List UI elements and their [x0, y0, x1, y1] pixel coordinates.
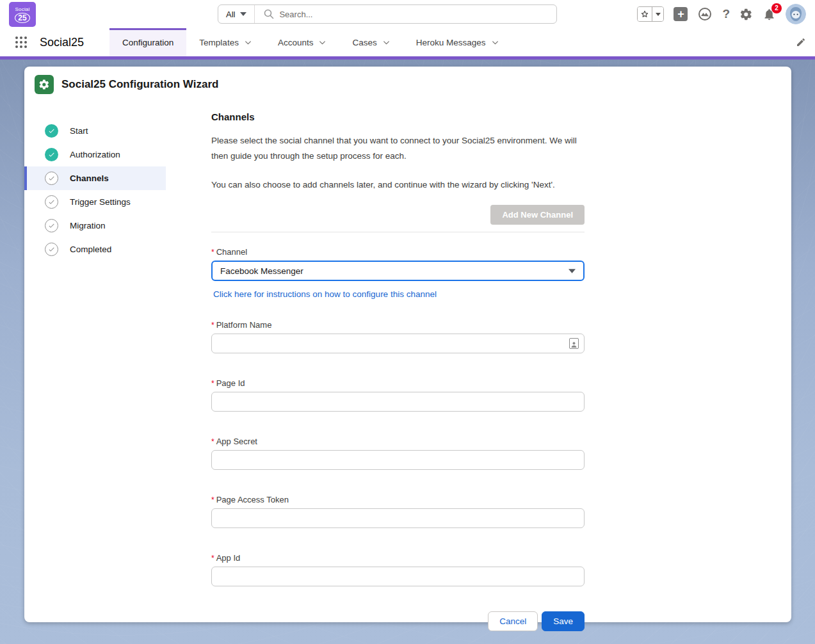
step-label: Authorization — [70, 150, 120, 159]
tab-configuration[interactable]: Configuration — [109, 28, 186, 56]
utility-icons: + ? 2 — [637, 4, 806, 24]
required-marker: * — [211, 321, 214, 330]
field-label: * Page Access Token — [211, 495, 585, 504]
tab-heroku-messages[interactable]: Heroku Messages — [403, 28, 512, 56]
tab-cases[interactable]: Cases — [339, 28, 403, 56]
favorites-button[interactable] — [637, 6, 664, 22]
tab-label: Configuration — [122, 38, 173, 47]
section-divider — [211, 232, 585, 232]
save-button[interactable]: Save — [542, 611, 585, 631]
star-icon[interactable] — [638, 7, 652, 21]
global-actions-icon[interactable]: + — [674, 7, 688, 21]
field-label: * Platform Name — [211, 320, 585, 330]
wizard-gear-icon — [35, 75, 54, 94]
page-title: Social25 Configuration Wizard — [61, 78, 218, 91]
step-check-pending-icon — [45, 195, 58, 209]
app-secret-input[interactable] — [211, 450, 585, 470]
intro-text-1: Please select the social channel that yo… — [211, 133, 585, 164]
channel-label: * Channel — [211, 247, 585, 257]
add-new-channel-button[interactable]: Add New Channel — [490, 205, 585, 225]
brand-accent-bar — [0, 56, 815, 60]
required-marker: * — [211, 437, 214, 446]
wizard-body: Start Authorization Channels Trigger Set… — [24, 97, 791, 631]
platform-name-input[interactable] — [211, 334, 585, 353]
step-check-pending-icon — [45, 243, 58, 256]
channel-select-value: Facebook Messenger — [220, 266, 303, 276]
step-start[interactable]: Start — [24, 119, 166, 143]
select-caret-icon — [569, 269, 576, 273]
tab-label: Heroku Messages — [416, 38, 486, 47]
logo-text: Social — [15, 6, 30, 12]
app-name[interactable]: Social25 — [40, 28, 84, 56]
step-label: Channels — [70, 173, 109, 183]
channel-select[interactable]: Facebook Messenger — [211, 261, 585, 281]
page-id-input[interactable] — [211, 392, 585, 412]
tab-label: Templates — [199, 38, 239, 47]
user-avatar[interactable] — [786, 4, 806, 24]
tab-label: Cases — [352, 38, 376, 47]
field-page-access-token: * Page Access Token — [211, 495, 585, 528]
channel-instructions-link[interactable]: Click here for instructions on how to co… — [213, 289, 437, 299]
tab-accounts[interactable]: Accounts — [265, 28, 340, 56]
search-scope-selector[interactable]: All — [218, 5, 255, 23]
step-channels[interactable]: Channels — [24, 166, 166, 190]
field-label: * App Id — [211, 553, 585, 563]
chevron-down-icon — [318, 38, 327, 47]
edit-page-pencil-icon[interactable] — [796, 28, 806, 56]
app-launcher-icon[interactable] — [14, 28, 28, 56]
app-nav-bar: Social25 Configuration Templates Account… — [0, 28, 815, 56]
help-icon[interactable]: ? — [722, 7, 730, 21]
page-background: Social25 Configuration Wizard Start Auth… — [0, 60, 815, 644]
configuration-wizard-card: Social25 Configuration Wizard Start Auth… — [24, 67, 791, 622]
cancel-button[interactable]: Cancel — [488, 611, 538, 631]
channel-form-fields: * Platform Name * Page Id * App Secret — [211, 320, 585, 586]
step-check-pending-icon — [45, 219, 58, 232]
app-id-input[interactable] — [211, 567, 585, 586]
field-platform-name: * Platform Name — [211, 320, 585, 353]
global-search: All — [218, 4, 557, 24]
step-completed[interactable]: Completed — [24, 237, 166, 261]
page-access-token-input[interactable] — [211, 508, 585, 528]
step-label: Trigger Settings — [70, 197, 131, 207]
step-check-pending-icon — [45, 172, 58, 185]
wizard-steps: Start Authorization Channels Trigger Set… — [24, 119, 166, 631]
wizard-header: Social25 Configuration Wizard — [24, 67, 791, 97]
step-check-complete-icon — [45, 124, 58, 138]
tab-templates[interactable]: Templates — [186, 28, 265, 56]
setup-gear-icon[interactable] — [739, 8, 753, 21]
utility-bar: Social 25 All + — [0, 0, 815, 28]
step-trigger-settings[interactable]: Trigger Settings — [24, 190, 166, 214]
intro-text-2: You can also choose to add channels late… — [211, 177, 585, 193]
search-icon — [255, 9, 279, 19]
nav-tabs: Configuration Templates Accounts Cases H… — [109, 28, 512, 56]
search-input[interactable] — [279, 10, 556, 19]
step-check-complete-icon — [45, 148, 58, 161]
field-app-id: * App Id — [211, 553, 585, 586]
step-label: Completed — [70, 245, 111, 254]
channel-field: * Channel Facebook Messenger Click here … — [211, 247, 585, 299]
field-app-secret: * App Secret — [211, 437, 585, 470]
app-logo: Social 25 — [9, 2, 36, 27]
tab-label: Accounts — [278, 38, 314, 47]
autofill-contact-icon[interactable] — [569, 338, 579, 349]
trailhead-icon[interactable] — [697, 6, 713, 22]
step-label: Migration — [70, 221, 106, 230]
chevron-down-icon — [244, 38, 252, 47]
required-marker: * — [211, 248, 214, 257]
favorites-dropdown-icon[interactable] — [652, 7, 663, 21]
logo-number: 25 — [15, 13, 29, 23]
step-migration[interactable]: Migration — [24, 214, 166, 237]
step-authorization[interactable]: Authorization — [24, 143, 166, 166]
form-actions: Cancel Save — [211, 611, 585, 631]
required-marker: * — [211, 495, 214, 504]
step-label: Start — [70, 126, 88, 136]
notification-count-badge: 2 — [771, 3, 782, 13]
field-page-id: * Page Id — [211, 378, 585, 412]
chevron-down-icon — [240, 12, 246, 16]
wizard-main-panel: Channels Please select the social channe… — [211, 111, 585, 631]
section-heading: Channels — [211, 111, 585, 122]
field-label: * App Secret — [211, 437, 585, 446]
notifications-bell-icon[interactable]: 2 — [763, 8, 776, 21]
required-marker: * — [211, 554, 214, 563]
screen: Social 25 All + — [0, 0, 815, 644]
